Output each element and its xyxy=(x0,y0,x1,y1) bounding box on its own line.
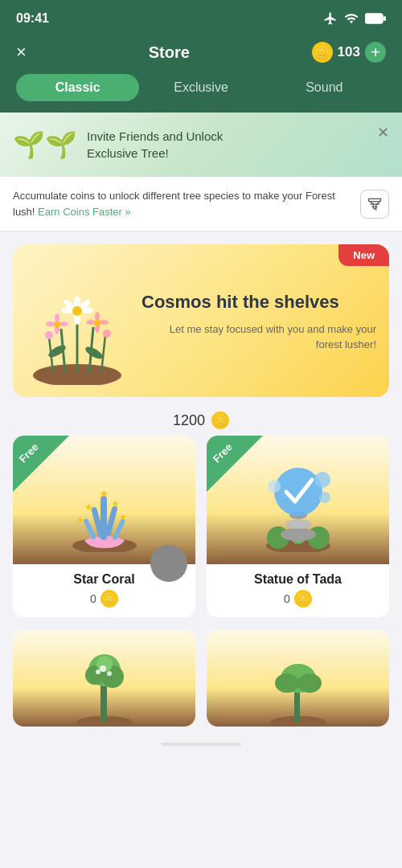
svg-point-24 xyxy=(54,321,60,328)
coin-area: 🪙 103 + xyxy=(312,42,386,63)
svg-text:★: ★ xyxy=(119,512,127,522)
tada-price: 0 xyxy=(284,592,290,605)
banner-text: Invite Friends and Unlock Exclusive Tree… xyxy=(87,128,223,162)
bottom-left-svg xyxy=(64,638,145,727)
cosmos-svg xyxy=(17,256,137,385)
svg-text:★: ★ xyxy=(84,502,93,513)
close-button[interactable]: × xyxy=(16,43,27,61)
items-grid: Free ★ ★ ★ ★ ★ Star C xyxy=(0,436,402,630)
description-text: Accumulate coins to unlock different tre… xyxy=(13,188,352,219)
battery-icon xyxy=(365,13,386,24)
bottom-grid-item-right[interactable] xyxy=(207,630,389,727)
svg-rect-1 xyxy=(384,16,386,21)
featured-price-row: 1200 🪙 xyxy=(0,403,402,436)
featured-description: Let me stay focused with you and make yo… xyxy=(142,321,376,353)
header: × Store 🪙 103 + xyxy=(0,35,402,74)
gray-circle-overlay xyxy=(150,545,187,582)
coin-icon: 🪙 xyxy=(312,42,333,63)
status-bar: 09:41 xyxy=(0,0,402,35)
new-badge: New xyxy=(338,244,389,266)
svg-point-29 xyxy=(94,320,100,326)
tada-svg xyxy=(254,448,343,552)
description-bar: Accumulate coins to unlock different tre… xyxy=(0,177,402,231)
bottom-right-image xyxy=(207,630,389,727)
grid-item-star-coral[interactable]: Free ★ ★ ★ ★ ★ Star C xyxy=(13,436,195,617)
earn-coins-link[interactable]: Earn Coins Faster » xyxy=(38,206,131,218)
invite-banner: 🌱🌱 Invite Friends and Unlock Exclusive T… xyxy=(0,113,402,177)
svg-point-31 xyxy=(103,330,111,338)
svg-point-51 xyxy=(314,472,330,488)
svg-point-53 xyxy=(268,480,281,493)
tabs-bar: Classic Exclusive Sound xyxy=(0,74,402,113)
coin-count: 103 xyxy=(338,44,360,60)
tab-sound[interactable]: Sound xyxy=(263,74,386,101)
svg-point-66 xyxy=(275,674,299,693)
featured-price: 1200 xyxy=(173,412,205,429)
star-coral-coin: 🪙 xyxy=(100,590,118,608)
featured-card[interactable]: New xyxy=(13,244,389,397)
featured-plant-image xyxy=(13,256,142,385)
wifi-icon xyxy=(344,11,359,26)
bottom-grid-item-left[interactable] xyxy=(13,630,195,727)
star-coral-price-row: 0 🪙 xyxy=(13,590,195,617)
featured-text: Cosmos hit the shelves Let me stay focus… xyxy=(142,276,389,365)
banner-content: 🌱🌱 Invite Friends and Unlock Exclusive T… xyxy=(13,128,223,162)
star-coral-price: 0 xyxy=(90,592,96,605)
add-coins-button[interactable]: + xyxy=(365,42,386,63)
featured-name: Cosmos hit the shelves xyxy=(142,292,376,313)
svg-point-60 xyxy=(100,665,106,672)
statue-of-tada-image: Free xyxy=(207,436,389,564)
banner-close-button[interactable]: ✕ xyxy=(377,124,389,141)
tada-name: Statue of Tada xyxy=(207,564,389,590)
svg-point-62 xyxy=(96,669,100,674)
bottom-grid xyxy=(0,630,402,739)
tada-price-row: 0 🪙 xyxy=(207,590,389,617)
tada-coin: 🪙 xyxy=(294,590,312,608)
bottom-right-svg xyxy=(258,638,338,727)
bottom-left-image xyxy=(13,630,195,727)
svg-point-30 xyxy=(45,331,53,339)
grid-item-statue-of-tada[interactable]: Free Sta xyxy=(207,436,389,617)
svg-point-67 xyxy=(297,674,322,693)
sprout-icon: 🌱🌱 xyxy=(13,129,77,160)
svg-text:★: ★ xyxy=(76,515,84,525)
featured-coin-icon: 🪙 xyxy=(211,411,229,429)
svg-point-48 xyxy=(285,519,311,529)
svg-point-61 xyxy=(107,671,112,676)
status-time: 09:41 xyxy=(16,11,49,26)
header-title: Store xyxy=(149,43,190,62)
svg-point-47 xyxy=(281,528,316,541)
scroll-indicator xyxy=(161,743,241,746)
svg-point-12 xyxy=(84,345,105,362)
svg-point-19 xyxy=(72,306,82,316)
filter-button[interactable] xyxy=(360,190,389,219)
airplane-icon xyxy=(323,11,338,26)
tab-exclusive[interactable]: Exclusive xyxy=(139,74,262,101)
svg-point-50 xyxy=(274,468,322,516)
status-icons xyxy=(323,11,386,26)
filter-icon xyxy=(367,196,383,212)
tab-classic[interactable]: Classic xyxy=(16,74,139,101)
svg-rect-0 xyxy=(365,14,383,23)
svg-point-52 xyxy=(319,492,330,503)
svg-text:★: ★ xyxy=(99,487,109,500)
star-coral-svg: ★ ★ ★ ★ ★ xyxy=(60,448,149,552)
svg-text:★: ★ xyxy=(111,498,120,510)
